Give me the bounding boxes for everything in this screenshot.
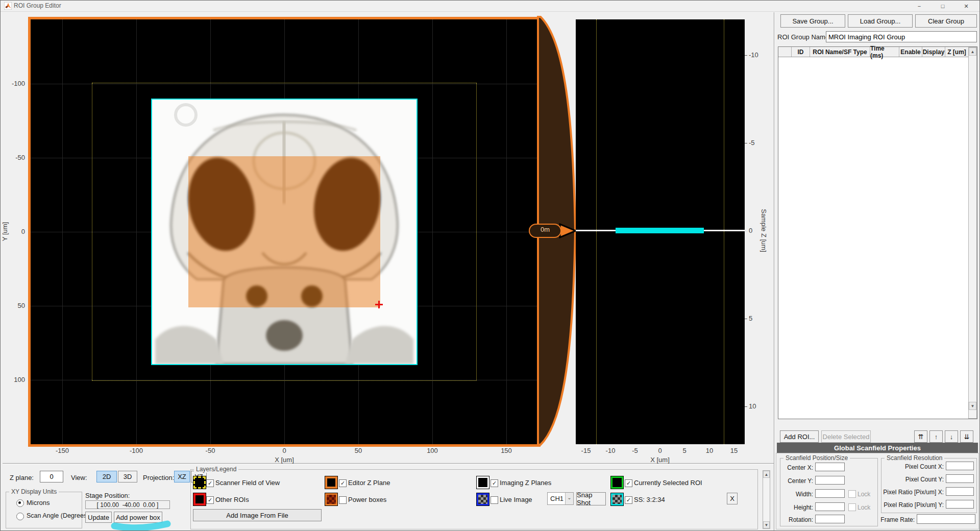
xz-plot[interactable]	[576, 19, 745, 444]
roi-group-name-input[interactable]	[826, 31, 977, 42]
clear-group-button[interactable]: Clear Group	[915, 14, 977, 28]
check-icon: ✓	[626, 480, 631, 486]
add-roi-button[interactable]: Add ROI...	[780, 430, 819, 443]
rotation-input[interactable]	[815, 515, 845, 523]
scan-angle-label: Scan Angle (Degrees)	[27, 512, 89, 519]
power-boxes-checkbox[interactable]	[339, 496, 347, 504]
ss-snapshot-checkbox[interactable]: ✓	[625, 496, 632, 504]
xz-x-tick: -15	[577, 447, 595, 454]
imaging-z-planes-checkbox[interactable]: ✓	[491, 479, 498, 487]
scroll-up-button[interactable]: ▲	[763, 471, 770, 478]
microns-radio[interactable]	[16, 499, 24, 507]
y-tick--100: -100	[10, 80, 25, 87]
width-label: Width:	[781, 491, 813, 498]
width-lock-checkbox[interactable]	[848, 490, 856, 498]
z-tick-mark	[745, 231, 748, 232]
delete-selected-button[interactable]: Delete Selected	[821, 430, 871, 443]
width-lock-label: Lock	[857, 491, 870, 498]
selected-roi-z-bar[interactable]	[616, 228, 704, 233]
clear-group-label: Clear Group	[928, 17, 964, 25]
scroll-down-button[interactable]: ▼	[763, 521, 770, 528]
pixel-count-y-label: Pixel Count Y:	[881, 476, 944, 483]
z-zero-marker-label[interactable]: 0m	[529, 226, 561, 233]
power-box-corner-handle[interactable]	[375, 301, 383, 308]
height-lock-checkbox[interactable]	[848, 503, 856, 511]
column-blank	[778, 47, 792, 57]
x-tick: -50	[200, 447, 220, 454]
save-group-button[interactable]: Save Group...	[780, 14, 845, 28]
power-boxes-icon	[325, 493, 337, 505]
scroll-up-button[interactable]: ▲	[969, 47, 976, 56]
currently-selected-roi-checkbox[interactable]: ✓	[625, 479, 632, 487]
pixel-count-x-input[interactable]	[946, 462, 974, 470]
xy-plot[interactable]	[28, 17, 541, 447]
frame-rate-input[interactable]	[917, 514, 975, 524]
height-input[interactable]	[815, 502, 845, 511]
view-3d-toggle[interactable]: 3D	[118, 471, 137, 482]
other-rois-checkbox[interactable]: ✓	[206, 496, 214, 504]
power-box-overlay[interactable]	[188, 156, 380, 307]
z-tick: -5	[749, 139, 766, 147]
pixel-ratio-x-input[interactable]	[946, 487, 974, 496]
scroll-up-icon: ▲	[765, 472, 769, 477]
width-input[interactable]	[815, 489, 845, 498]
height-label: Height:	[781, 504, 813, 511]
check-icon: ✓	[626, 497, 631, 503]
check-icon: ✓	[492, 480, 497, 486]
scan-angle-radio[interactable]	[16, 513, 24, 520]
load-group-button[interactable]: Load Group...	[848, 14, 913, 28]
scanner-fov-checkbox[interactable]: ✓	[206, 479, 214, 487]
pixel-count-y-input[interactable]	[946, 474, 974, 483]
minimize-button[interactable]: −	[908, 1, 931, 12]
ss-snapshot-icon	[611, 493, 623, 505]
imaging-z-planes-icon	[477, 476, 489, 489]
move-roi-up-button[interactable]: ↑	[929, 430, 943, 443]
live-image-checkbox[interactable]	[491, 496, 498, 504]
projection-xz-label: XZ	[178, 473, 186, 480]
other-rois-icon	[193, 493, 206, 505]
scanfield-header-label: Global Scanfield Properties	[834, 444, 921, 452]
projection-xz-toggle[interactable]: XZ	[174, 471, 190, 482]
z-plane-label: Z plane:	[10, 474, 34, 481]
add-image-from-file-button[interactable]: Add Image From File	[193, 509, 322, 521]
xz-x-axis-label: X [um]	[640, 456, 680, 464]
move-up-icon: ↑	[935, 433, 938, 441]
z-plane-input[interactable]	[40, 471, 63, 482]
channel-value: CH1	[550, 495, 564, 502]
pixel-count-x-label: Pixel Count X:	[881, 463, 944, 470]
bottom-panel-scrollbar[interactable]: ▲ ▼	[763, 470, 770, 529]
roi-table-scrollbar[interactable]: ▲ ▼	[968, 47, 977, 419]
xz-x-tick: 5	[675, 447, 694, 454]
channel-dropdown[interactable]: CH1 ⌄	[547, 492, 574, 505]
view-label: View:	[71, 474, 87, 481]
z-tick: -10	[749, 51, 766, 59]
remove-snapshot-button[interactable]: X	[727, 493, 738, 504]
xz-x-tick: 15	[725, 447, 743, 454]
move-roi-top-button[interactable]: ⇈	[914, 430, 927, 443]
editor-z-plane-checkbox[interactable]: ✓	[339, 479, 347, 487]
y-tick--50: -50	[10, 154, 25, 161]
move-roi-bottom-button[interactable]: ⇊	[960, 430, 973, 443]
rotation-label: Rotation:	[781, 516, 813, 523]
center-y-input[interactable]	[815, 476, 845, 485]
stage-position-value: [ 100.00 -40.00 0.00 ]	[85, 500, 170, 509]
roi-table[interactable]: ID ROI Name/SF Type Time (ms) Enable Dis…	[778, 46, 977, 419]
frame-rate-label: Frame Rate:	[879, 516, 915, 523]
xz-x-tick: 10	[700, 447, 719, 454]
z-tick-mark	[745, 143, 747, 143]
column-z: Z [um]	[945, 47, 968, 57]
view-3d-label: 3D	[124, 473, 132, 480]
currently-selected-roi-icon	[611, 476, 623, 489]
move-roi-down-button[interactable]: ↓	[945, 430, 958, 443]
scroll-down-button[interactable]: ▼	[969, 402, 976, 410]
close-button[interactable]: ✕	[954, 1, 978, 12]
editor-z-plane-icon	[325, 476, 337, 489]
maximize-button[interactable]: □	[931, 1, 954, 12]
snap-shot-button[interactable]: Snap Shot	[576, 492, 606, 505]
pixel-ratio-y-input[interactable]	[946, 500, 974, 509]
view-2d-toggle[interactable]: 2D	[96, 471, 117, 482]
cyan-highlight-marker	[109, 520, 173, 531]
center-x-input[interactable]	[815, 463, 845, 471]
stage-position-label: Stage Position:	[85, 492, 130, 499]
update-button[interactable]: Update	[85, 512, 112, 523]
